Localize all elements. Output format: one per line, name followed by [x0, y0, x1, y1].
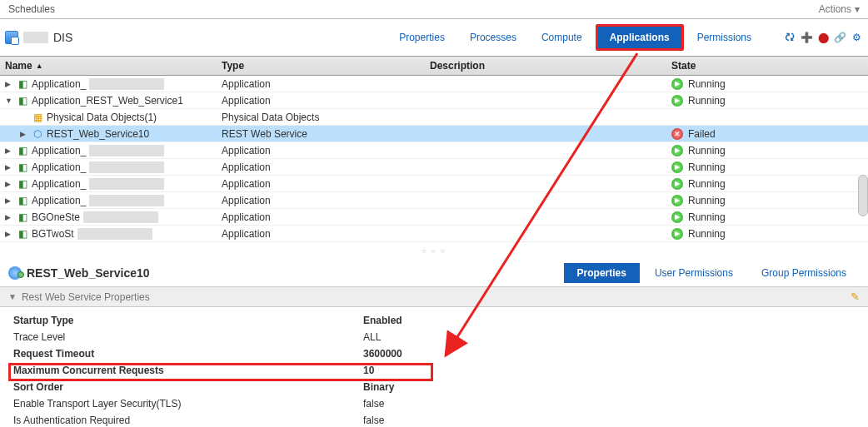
expand-toggle[interactable]: ▶: [5, 213, 13, 221]
app-icon: [17, 228, 28, 240]
expand-toggle[interactable]: ▶: [5, 180, 13, 188]
row-name: Application_: [32, 145, 86, 156]
folder-icon: [32, 112, 43, 123]
rest-service-icon: [8, 266, 22, 280]
detail-tab-user-permissions[interactable]: User Permissions: [641, 263, 746, 283]
table-row[interactable]: ▶Application_ApplicationRunning: [0, 159, 868, 176]
expand-toggle[interactable]: ▶: [5, 196, 13, 205]
app-icon: [17, 161, 28, 173]
state-run-icon: [671, 211, 683, 223]
row-type: Application: [222, 211, 430, 223]
section-title: Rest Web Service Properties: [22, 291, 150, 303]
row-type: Application: [222, 145, 430, 156]
property-value: 10: [363, 365, 374, 376]
row-state: Running: [671, 195, 863, 206]
svc-icon: [32, 128, 43, 140]
state-fail-icon: [671, 128, 683, 140]
state-run-icon: [671, 145, 683, 156]
col-description-header[interactable]: Description: [430, 60, 671, 72]
actions-menu[interactable]: Actions ▾: [819, 3, 860, 15]
masked-text: [77, 228, 152, 240]
detail-tab-properties[interactable]: Properties: [564, 263, 640, 283]
table-row[interactable]: ▶BGTwoStApplicationRunning: [0, 226, 868, 242]
page-title: DIS: [53, 31, 72, 44]
tab-applications[interactable]: Applications: [596, 24, 684, 51]
row-state: Running: [671, 78, 863, 90]
row-type: REST Web Service: [222, 128, 430, 140]
row-name: BGOneSte: [32, 211, 80, 223]
app-icon: [17, 78, 28, 90]
app-icon: [17, 211, 28, 223]
masked-text: [23, 32, 48, 43]
schedules-link[interactable]: Schedules: [8, 3, 55, 15]
splitter-grip[interactable]: ○ ○ ○: [0, 242, 868, 260]
row-name: Application_: [32, 161, 86, 173]
table-row[interactable]: Physical Data Objects(1)Physical Data Ob…: [0, 109, 868, 126]
row-state: Running: [671, 95, 863, 107]
property-value: false: [363, 415, 384, 426]
row-state: Running: [671, 228, 863, 240]
chevron-down-icon: ▾: [855, 3, 860, 15]
col-state-header[interactable]: State: [671, 60, 863, 72]
scrollbar[interactable]: [858, 175, 868, 216]
property-label: Trace Level: [13, 331, 363, 343]
col-name-header[interactable]: Name ▲: [5, 60, 222, 72]
actions-label: Actions: [819, 3, 851, 15]
collapse-icon[interactable]: ▼: [8, 292, 17, 301]
app-icon: [17, 145, 28, 156]
table-row[interactable]: ▼Application_REST_Web_Service1Applicatio…: [0, 92, 868, 109]
detail-title: REST_Web_Service10: [27, 266, 150, 280]
row-name: Application_REST_Web_Service1: [32, 95, 183, 107]
expand-toggle[interactable]: ▶: [5, 80, 13, 88]
row-type: Application: [222, 161, 430, 173]
row-state: Failed: [671, 128, 863, 140]
stop-icon[interactable]: ⬤: [816, 31, 830, 44]
state-run-icon: [671, 161, 683, 173]
property-label: Startup Type: [13, 315, 363, 326]
row-name: Application_: [32, 78, 86, 90]
row-type: Application: [222, 178, 430, 190]
table-row[interactable]: ▶Application_ApplicationRunning: [0, 76, 868, 92]
add-icon[interactable]: ➕: [800, 31, 813, 44]
detail-tab-group-permissions[interactable]: Group Permissions: [748, 263, 860, 283]
tool-icon[interactable]: ⚙: [850, 31, 863, 44]
refresh-icon[interactable]: 🗘: [783, 31, 796, 44]
expand-toggle[interactable]: ▶: [5, 146, 13, 155]
table-row[interactable]: ▶REST_Web_Service10REST Web ServiceFaile…: [0, 126, 868, 142]
app-icon: [17, 195, 28, 206]
property-label: Enable Transport Layer Security(TLS): [13, 398, 363, 410]
property-row: Request Timeout3600000: [13, 345, 855, 362]
property-row: Sort OrderBinary: [13, 379, 855, 395]
property-label: Sort Order: [13, 381, 363, 393]
row-type: Application: [222, 195, 430, 206]
table-row[interactable]: ▶Application_ApplicationRunning: [0, 192, 868, 209]
masked-text: [89, 78, 164, 90]
link-icon[interactable]: 🔗: [833, 31, 846, 44]
tab-properties[interactable]: Properties: [387, 27, 456, 48]
row-state: Running: [671, 145, 863, 156]
row-type: Application: [222, 78, 430, 90]
expand-toggle[interactable]: ▶: [20, 130, 28, 138]
expand-toggle[interactable]: ▶: [5, 163, 13, 171]
tab-processes[interactable]: Processes: [458, 27, 528, 48]
tab-permissions[interactable]: Permissions: [686, 27, 763, 48]
service-icon: [5, 31, 18, 44]
property-row: Trace LevelALL: [13, 329, 855, 345]
app-icon: [17, 95, 28, 107]
tab-compute[interactable]: Compute: [530, 27, 594, 48]
table-row[interactable]: ▶Application_ApplicationRunning: [0, 176, 868, 192]
row-name: Physical Data Objects(1): [47, 112, 157, 123]
masked-text: [89, 161, 164, 173]
expand-toggle[interactable]: ▶: [5, 230, 13, 238]
expand-toggle[interactable]: ▼: [5, 97, 13, 105]
state-run-icon: [671, 95, 683, 107]
property-row: Startup TypeEnabled: [13, 312, 855, 329]
property-value: false: [363, 398, 384, 410]
table-row[interactable]: ▶BGOneSteApplicationRunning: [0, 209, 868, 226]
col-type-header[interactable]: Type: [222, 60, 430, 72]
edit-icon[interactable]: ✎: [851, 290, 860, 303]
property-row: Enable Transport Layer Security(TLS)fals…: [13, 395, 855, 412]
table-row[interactable]: ▶Application_ApplicationRunning: [0, 142, 868, 159]
property-label: Maximum Concurrent Requests: [13, 365, 363, 376]
sort-asc-icon: ▲: [36, 62, 43, 70]
